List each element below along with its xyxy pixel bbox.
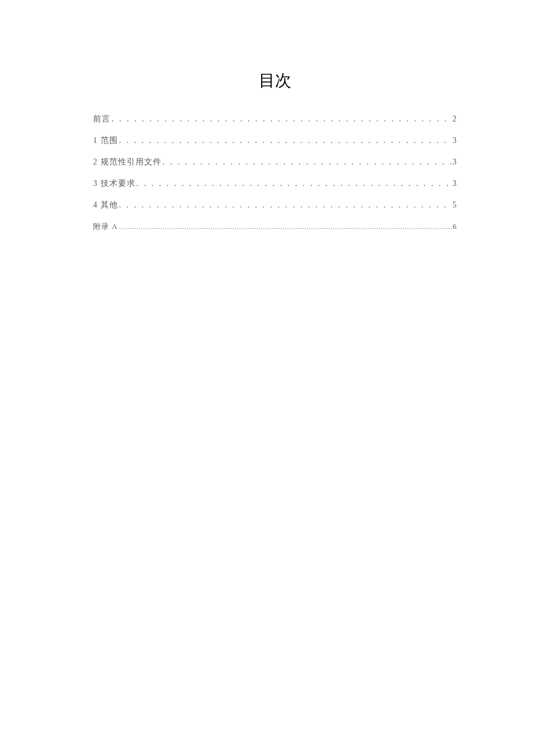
toc-leader-dots: ........................................… (119, 223, 452, 230)
toc-leader-dots: . . . . . . . . . . . . . . . . . . . . … (137, 179, 452, 188)
table-of-contents: 前言 . . . . . . . . . . . . . . . . . . .… (93, 114, 456, 232)
toc-label: 前言 (93, 114, 110, 124)
toc-leader-dots: . . . . . . . . . . . . . . . . . . . . … (119, 200, 452, 210)
page-title: 目次 (93, 70, 456, 92)
toc-entry[interactable]: 前言 . . . . . . . . . . . . . . . . . . .… (93, 114, 456, 124)
document-page: 目次 前言 . . . . . . . . . . . . . . . . . … (0, 0, 535, 232)
toc-label: 1 范围 (93, 135, 118, 146)
toc-label: 2 规范性引用文件 (93, 157, 162, 167)
toc-page-number: 6 (453, 222, 457, 231)
toc-entry[interactable]: 2 规范性引用文件 . . . . . . . . . . . . . . . … (93, 157, 456, 167)
toc-leader-dots: . . . . . . . . . . . . . . . . . . . . … (119, 136, 452, 145)
toc-page-number: 5 (452, 200, 456, 210)
toc-entry[interactable]: 1 范围 . . . . . . . . . . . . . . . . . .… (93, 135, 456, 146)
toc-entry[interactable]: 4 其他 . . . . . . . . . . . . . . . . . .… (93, 200, 456, 210)
toc-entry[interactable]: 3 技术要求 . . . . . . . . . . . . . . . . .… (93, 178, 456, 189)
toc-leader-dots: . . . . . . . . . . . . . . . . . . . . … (163, 157, 452, 167)
toc-entry[interactable]: 附录 A ...................................… (93, 221, 456, 232)
toc-page-number: 3 (452, 157, 456, 167)
toc-page-number: 2 (452, 114, 456, 124)
toc-label: 4 其他 (93, 200, 118, 210)
toc-leader-dots: . . . . . . . . . . . . . . . . . . . . … (112, 114, 451, 124)
toc-page-number: 3 (452, 136, 456, 145)
toc-page-number: 3 (452, 179, 456, 188)
toc-label: 附录 A (93, 221, 118, 232)
toc-label: 3 技术要求 (93, 178, 135, 189)
